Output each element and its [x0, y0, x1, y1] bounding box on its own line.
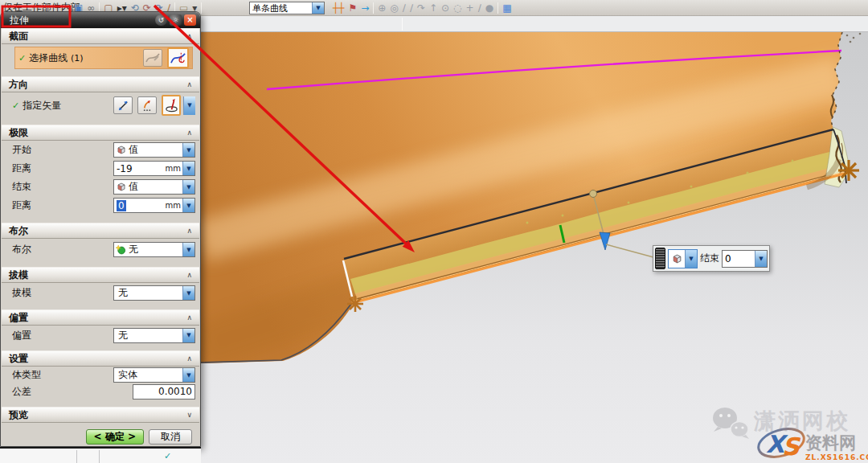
go-arrow-icon[interactable]: → [361, 1, 369, 15]
draft-header[interactable]: 拔模 [2, 267, 199, 283]
dialog-buttons: < 确定 > 取消 [1, 429, 200, 445]
separator [497, 2, 498, 14]
snap-ball-icon[interactable]: ● [485, 1, 493, 15]
chevron-down-icon[interactable] [182, 180, 194, 194]
onscreen-input-bar: 结束 0 [653, 245, 770, 272]
grid-cross-icon[interactable]: ┼┼ [333, 1, 344, 15]
body-type-combo[interactable]: 实体 [113, 367, 195, 383]
vector-label: 指定矢量 [23, 99, 61, 113]
start-distance-value: -19 [114, 163, 166, 174]
snap-circle-icon[interactable]: ◌ [453, 1, 461, 15]
tolerance-field[interactable]: 0.0010 [133, 384, 195, 399]
inferred-vector-button[interactable] [137, 96, 157, 114]
spinner-down-icon[interactable] [755, 251, 767, 267]
drag-grip[interactable] [655, 248, 665, 269]
chevron-down-icon[interactable] [182, 143, 194, 157]
end-distance-value: 0 [117, 200, 126, 211]
toolbar-icons-right: ┼┼⚑→⊕◎∕∕↷↑⊙◌+∕●▦ [333, 1, 512, 15]
start-distance-field[interactable]: -19 mm [113, 161, 195, 176]
snap-line-icon[interactable]: ∕ [403, 1, 406, 15]
ok-button[interactable]: < 确定 > [86, 429, 144, 445]
select-curve-row: 选择曲线 (1) [1, 44, 200, 72]
start-label: 开始 [12, 143, 31, 157]
snap-endpoint-icon[interactable]: ⊕ [378, 1, 386, 15]
snap-arc-icon[interactable]: ↷ [417, 1, 425, 15]
snap-sphere-icon[interactable]: ◎ [390, 1, 398, 15]
collapse-icon[interactable] [186, 129, 192, 137]
chevron-down-icon[interactable] [182, 243, 194, 256]
collapse-icon[interactable] [186, 313, 192, 322]
wcs-cube-icon[interactable]: ▦ [502, 1, 511, 15]
gear-icon[interactable]: ☼ [170, 14, 182, 26]
handle-origin-sphere[interactable] [590, 191, 597, 198]
preview-header[interactable]: 预览 [2, 407, 199, 423]
boolean-value: 无 [127, 243, 182, 256]
snap-vector-icon[interactable]: ↑ [429, 1, 437, 15]
dialog-title-bar[interactable]: 拉伸 ↺ ☼ × [1, 12, 200, 28]
end-label: 结束 [700, 252, 719, 265]
vector-dialog-button[interactable] [113, 96, 133, 114]
reset-icon[interactable]: ↺ [155, 14, 167, 26]
collapse-icon[interactable] [186, 32, 192, 40]
chevron-down-icon[interactable] [182, 286, 194, 300]
limits-header[interactable]: 极限 [2, 125, 199, 141]
collapse-icon[interactable] [186, 80, 192, 88]
start-mode-combo[interactable]: 值 [113, 142, 195, 158]
spinner-down-icon[interactable] [182, 199, 194, 212]
snap-segment-icon[interactable]: ∕ [410, 1, 413, 15]
start-row: 开始 值 [1, 141, 200, 159]
expand-icon[interactable] [186, 411, 192, 419]
draft-row: 拔模 无 [1, 283, 200, 303]
collapse-icon[interactable] [186, 271, 192, 279]
vector-type-button[interactable] [162, 95, 181, 116]
value-cube-icon [114, 145, 127, 155]
separator [201, 2, 202, 14]
offset-value: 无 [114, 329, 182, 342]
logo-url: ZL.XS1616.COM [805, 453, 868, 461]
direction-arrow-cone[interactable] [600, 232, 610, 250]
chevron-down-icon[interactable] [183, 96, 195, 115]
snap-center-icon[interactable]: ⊙ [441, 1, 449, 15]
snap-point-icon[interactable]: ⚑ [348, 1, 357, 15]
select-curve-field[interactable]: 选择曲线 (1) [14, 47, 193, 69]
chevron-down-icon[interactable] [182, 329, 194, 342]
toolbar-divider [402, 18, 403, 31]
boolean-combo[interactable]: 无 [113, 242, 195, 257]
select-curve-count: (1) [71, 53, 84, 64]
collapse-icon[interactable] [186, 227, 192, 235]
section-header[interactable]: 截面 [2, 28, 199, 44]
settings-header[interactable]: 设置 [2, 350, 199, 367]
chevron-down-icon[interactable] [312, 2, 324, 14]
offset-row: 偏置 无 [1, 326, 200, 345]
unit-label: mm [166, 164, 182, 173]
value-cube-icon [669, 253, 685, 264]
column-divider [99, 450, 100, 463]
close-icon[interactable]: × [184, 14, 196, 26]
boolean-header[interactable]: 布尔 [2, 223, 199, 239]
end-mode-combo[interactable]: 值 [113, 179, 195, 195]
direction-header[interactable]: 方向 [2, 76, 199, 92]
offset-header[interactable]: 偏置 [2, 309, 199, 326]
wechat-icon [710, 404, 755, 446]
draft-combo[interactable]: 无 [113, 285, 195, 301]
endpoint-marker-left[interactable] [347, 296, 363, 312]
offset-combo[interactable]: 无 [113, 328, 195, 343]
chevron-down-icon[interactable] [182, 368, 194, 382]
spinner-down-icon[interactable] [182, 162, 194, 175]
boolean-label: 布尔 [12, 243, 31, 256]
end-label: 结束 [12, 180, 31, 194]
snap-slash-icon[interactable]: ∕ [478, 1, 481, 15]
curve-rule-combo[interactable]: 单条曲线 [249, 2, 325, 14]
sketch-section-button[interactable] [143, 49, 162, 67]
boolean-row: 布尔 无 [1, 239, 200, 260]
chevron-down-icon[interactable] [685, 250, 697, 268]
collapse-icon[interactable] [186, 354, 192, 363]
scan-specks-top [846, 33, 862, 43]
end-mode-value: 值 [127, 180, 182, 194]
limit-mode-combo[interactable] [668, 249, 698, 268]
end-distance-field[interactable]: 0 mm [113, 198, 195, 213]
end-distance-field[interactable]: 0 [722, 250, 768, 268]
curve-select-button[interactable] [167, 47, 189, 68]
cancel-button[interactable]: 取消 [149, 429, 192, 445]
snap-plus-icon[interactable]: + [466, 1, 474, 15]
